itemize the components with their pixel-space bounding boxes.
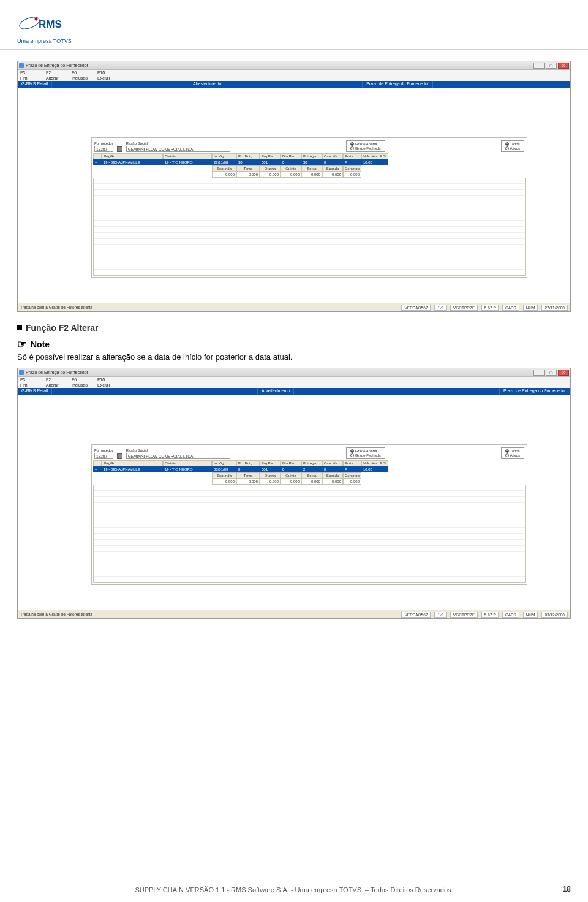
grid-row-2[interactable]: − 19 - 093-ALPHAVILLE 19 - TIO NEGRO 08/… bbox=[93, 466, 526, 472]
menu-excluir[interactable]: Excluir bbox=[97, 383, 122, 387]
day-domingo: Domingo bbox=[343, 165, 361, 172]
grid-header: Região Distrito Ini.Vig Prz.Entg Frq.Ped… bbox=[93, 153, 526, 159]
grid-header-2: Região Distrito Ini.Vig Prz.Entg Frq.Ped… bbox=[93, 460, 526, 466]
status-prog: VGCTPRZF bbox=[450, 612, 478, 618]
row-frete: F bbox=[343, 159, 361, 165]
crumb-spacer bbox=[52, 81, 189, 88]
menu-inclusao[interactable]: Inclusão bbox=[72, 383, 96, 387]
close-button[interactable]: X bbox=[558, 63, 569, 69]
heading-text: Função F2 Alterar bbox=[26, 323, 99, 333]
status-range: 1-9 bbox=[434, 305, 446, 311]
day-sabado: Sábado bbox=[322, 472, 343, 479]
status-text: Trabalha com a Grade de Fatores aberta bbox=[20, 305, 92, 309]
radio-grade-fechada-label: Grade Fechada bbox=[355, 453, 381, 457]
crumb-mid: Abastecimento bbox=[258, 388, 294, 395]
razao-input[interactable]: GEMINNI FLOW COMERCIAL LTDA. bbox=[126, 146, 230, 152]
radio-grade-fechada[interactable] bbox=[350, 453, 354, 457]
row-distrito: 19 - TIO NEGRO bbox=[163, 159, 212, 165]
col-inivig: Ini.Vig bbox=[212, 460, 236, 466]
radio-grade-fechada[interactable] bbox=[350, 146, 354, 150]
fn-row-2: F3 F2 F6 F10 bbox=[18, 377, 570, 382]
col-cancela: Cancela bbox=[322, 153, 343, 159]
row-expand[interactable]: − bbox=[93, 159, 102, 165]
radio-ativos-label: Ativos bbox=[510, 146, 520, 150]
screenshot-2: Prazo de Entrega do Fornecedor — ▢ X F3 … bbox=[17, 368, 571, 619]
row-cancela: 0 bbox=[322, 159, 343, 165]
menu-alterar[interactable]: Alterar bbox=[46, 383, 70, 387]
menu-fim[interactable]: Fim bbox=[20, 383, 45, 387]
inner-form-2: Fornecedor 18287 Razão Social GEMINNI FL… bbox=[91, 444, 527, 585]
row-inivig: 27/11/08 bbox=[212, 159, 236, 165]
breadcrumb-bar-2: G-RMS Retail Abastecimento Prazo de Entr… bbox=[18, 388, 570, 395]
fornecedor-input[interactable]: 18287 bbox=[94, 146, 113, 152]
row-cancela: 0 bbox=[322, 466, 343, 472]
radio-grade-aberta[interactable] bbox=[350, 449, 354, 453]
statusbar: Trabalha com a Grade de Fatores aberta V… bbox=[18, 303, 570, 311]
day-quarta: Quarta bbox=[260, 165, 281, 172]
minimize-button[interactable]: — bbox=[533, 370, 545, 376]
row-frqped: 001 bbox=[260, 466, 281, 472]
row-inivig: 08/01/09 bbox=[212, 466, 236, 472]
radio-grade-aberta[interactable] bbox=[350, 142, 354, 146]
screenshot-1: Prazo de Entrega do Fornecedor — ▢ X F3 … bbox=[17, 61, 571, 312]
row-expand[interactable]: − bbox=[93, 466, 102, 472]
close-button[interactable]: X bbox=[558, 370, 569, 376]
fn-f6: F6 bbox=[72, 377, 96, 382]
fornecedor-input[interactable]: 18287 bbox=[94, 453, 113, 459]
col-przentg: Prz.Entg bbox=[236, 460, 260, 466]
status-versao: VERSAO567 bbox=[401, 305, 431, 311]
fn-f3: F3 bbox=[20, 377, 45, 382]
col-frete: Frete bbox=[343, 460, 361, 466]
status-num: NUM bbox=[523, 612, 538, 618]
fornecedor-label: Fornecedor bbox=[94, 142, 113, 145]
menu-excluir[interactable]: Excluir bbox=[97, 76, 122, 80]
search-icon[interactable] bbox=[117, 146, 123, 152]
note-label: Note bbox=[31, 339, 50, 349]
col-acresc: %Acrésc. E.S bbox=[361, 153, 388, 159]
menu-fim[interactable]: Fim bbox=[20, 76, 45, 80]
note-body: Só é possível realizar a alteração se a … bbox=[17, 352, 571, 362]
statusbar-2: Trabalha com a Grade de Fatores aberta V… bbox=[18, 610, 570, 618]
val-quarta: 0,000 bbox=[260, 479, 281, 485]
col-distrito: Distrito bbox=[163, 460, 212, 466]
status-ver2: 5.67.2 bbox=[481, 305, 499, 311]
val-quinta: 0,000 bbox=[281, 479, 301, 485]
crumb-right: Prazo de Entrega do Fornecedor bbox=[500, 388, 570, 395]
row-regiao: 19 - 093-ALPHAVILLE bbox=[102, 159, 163, 165]
blank-grid-area bbox=[93, 178, 526, 276]
fn-row: F3 F2 F6 F10 bbox=[18, 70, 570, 75]
day-domingo: Domingo bbox=[343, 472, 361, 479]
maximize-button[interactable]: ▢ bbox=[546, 63, 557, 69]
search-icon[interactable] bbox=[117, 453, 123, 459]
razao-input[interactable]: GEMINNI FLOW COMERCIAL LTDA. bbox=[126, 453, 230, 459]
val-segunda: 0,000 bbox=[212, 479, 236, 485]
grade-radio-group: Grade Aberta Grade Fechada bbox=[346, 140, 385, 152]
radio-ativos[interactable] bbox=[505, 453, 509, 457]
radio-grade-aberta-label: Grade Aberta bbox=[355, 449, 377, 453]
radio-todos[interactable] bbox=[505, 449, 509, 453]
fn-f6: F6 bbox=[72, 70, 96, 75]
rms-logo: RMS bbox=[17, 12, 72, 37]
titlebar: Prazo de Entrega do Fornecedor — ▢ X bbox=[18, 61, 570, 70]
days-row-2: 0,000 0,000 0,000 0,000 0,000 0,000 0,00… bbox=[93, 479, 526, 485]
day-sexta: Sexta bbox=[301, 165, 322, 172]
val-quinta: 0,000 bbox=[281, 172, 301, 178]
radio-ativos-label: Ativos bbox=[510, 453, 520, 457]
row-acresc: 10,00 bbox=[361, 466, 388, 472]
fn-f10: F10 bbox=[97, 377, 122, 382]
fn-f2: F2 bbox=[46, 377, 70, 382]
val-sabado: 0,000 bbox=[322, 172, 343, 178]
menu-alterar[interactable]: Alterar bbox=[46, 76, 70, 80]
col-diaped: Dia Ped bbox=[281, 460, 301, 466]
grid-row[interactable]: − 19 - 093-ALPHAVILLE 19 - TIO NEGRO 27/… bbox=[93, 159, 526, 165]
days-row: 0,000 0,000 0,000 0,000 0,000 0,000 0,00… bbox=[93, 172, 526, 178]
maximize-button[interactable]: ▢ bbox=[546, 370, 557, 376]
radio-ativos[interactable] bbox=[505, 146, 509, 150]
radio-todos[interactable] bbox=[505, 142, 509, 146]
blank-grid-area-2 bbox=[93, 485, 526, 583]
val-sabado: 0,000 bbox=[322, 479, 343, 485]
minimize-button[interactable]: — bbox=[533, 63, 545, 69]
window-title: Prazo de Entrega do Fornecedor bbox=[26, 63, 88, 67]
val-sexta: 0,000 bbox=[301, 172, 322, 178]
menu-inclusao[interactable]: Inclusão bbox=[72, 76, 96, 80]
